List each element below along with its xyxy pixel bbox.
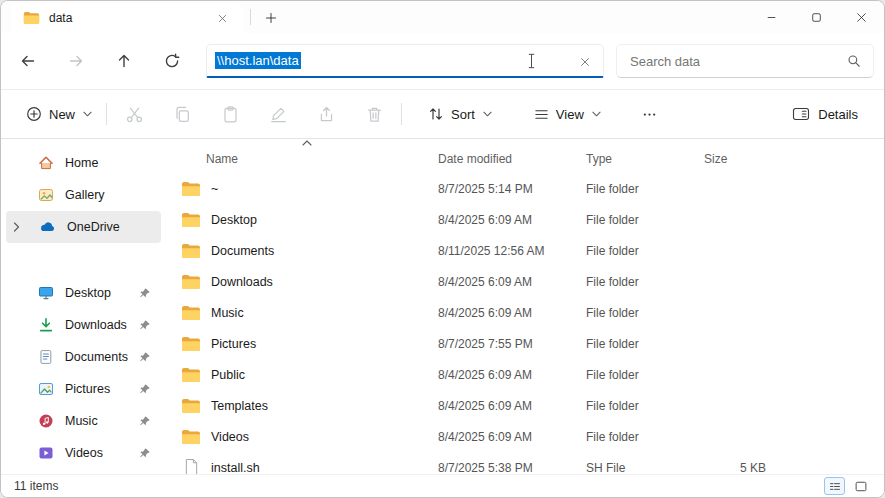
- file-name: Desktop: [211, 213, 257, 227]
- view-toggles: [824, 477, 871, 495]
- column-header-type[interactable]: Type: [586, 152, 704, 166]
- file-date: 8/11/2025 12:56 AM: [438, 244, 586, 258]
- search-input[interactable]: [617, 54, 847, 69]
- sidebar-item-downloads[interactable]: Downloads: [6, 309, 161, 341]
- sidebar-item-pictures[interactable]: Pictures: [6, 373, 161, 405]
- refresh-button[interactable]: [154, 43, 190, 79]
- file-row[interactable]: Templates 8/4/2025 6:09 AM File folder: [166, 390, 884, 421]
- back-button[interactable]: [10, 43, 46, 79]
- details-pane-icon: [792, 106, 810, 122]
- sidebar-item-label: Pictures: [65, 382, 110, 396]
- file-icon: [184, 458, 199, 474]
- up-button[interactable]: [106, 43, 142, 79]
- sidebar-item-label: Home: [65, 156, 98, 170]
- file-row[interactable]: Music 8/4/2025 6:09 AM File folder: [166, 297, 884, 328]
- details-pane-button[interactable]: Details: [784, 97, 866, 131]
- share-button[interactable]: [302, 96, 350, 132]
- file-name: Downloads: [211, 275, 273, 289]
- gallery-icon: [38, 187, 54, 203]
- tab-close-icon[interactable]: [211, 7, 233, 29]
- sidebar-item-label: OneDrive: [67, 220, 120, 234]
- chevron-right-icon[interactable]: [13, 222, 20, 232]
- file-type: File folder: [586, 399, 704, 413]
- details-view-toggle[interactable]: [824, 477, 845, 495]
- file-row[interactable]: Downloads 8/4/2025 6:09 AM File folder: [166, 266, 884, 297]
- column-header-size[interactable]: Size: [704, 152, 766, 166]
- delete-button[interactable]: [350, 96, 398, 132]
- file-row[interactable]: Desktop 8/4/2025 6:09 AM File folder: [166, 204, 884, 235]
- file-date: 8/4/2025 6:09 AM: [438, 430, 586, 444]
- tab-separator: [250, 9, 251, 25]
- paste-button[interactable]: [206, 96, 254, 132]
- file-name: Templates: [211, 399, 268, 413]
- navigation-bar: \\host.lan\data: [1, 33, 884, 89]
- file-name: Music: [211, 306, 244, 320]
- documents-icon: [38, 349, 54, 365]
- rename-button[interactable]: [254, 96, 302, 132]
- explorer-tab[interactable]: data: [11, 3, 243, 33]
- file-name: install.sh: [211, 461, 260, 475]
- folder-icon: [181, 181, 201, 197]
- pin-icon: [139, 383, 151, 395]
- new-button[interactable]: New: [15, 97, 103, 131]
- pin-icon: [139, 415, 151, 427]
- desktop-icon: [38, 285, 54, 301]
- sidebar-item-documents[interactable]: Documents: [6, 341, 161, 373]
- file-date: 8/4/2025 6:09 AM: [438, 306, 586, 320]
- sidebar-item-onedrive[interactable]: OneDrive: [6, 211, 161, 243]
- file-type: File folder: [586, 244, 704, 258]
- file-date: 8/7/2025 5:38 PM: [438, 461, 586, 475]
- view-button[interactable]: View: [523, 97, 612, 131]
- minimize-button[interactable]: [749, 1, 794, 33]
- clear-address-icon[interactable]: [573, 50, 597, 74]
- thumbnail-view-toggle[interactable]: [850, 477, 871, 495]
- new-button-label: New: [49, 107, 75, 122]
- folder-icon: [181, 336, 201, 352]
- file-row[interactable]: Videos 8/4/2025 6:09 AM File folder: [166, 421, 884, 452]
- sidebar-item-gallery[interactable]: Gallery: [6, 179, 161, 211]
- text-cursor-icon: [527, 53, 536, 69]
- sidebar-item-home[interactable]: Home: [6, 147, 161, 179]
- file-date: 8/4/2025 6:09 AM: [438, 399, 586, 413]
- maximize-button[interactable]: [794, 1, 839, 33]
- file-row[interactable]: Documents 8/11/2025 12:56 AM File folder: [166, 235, 884, 266]
- sidebar-item-label: Desktop: [65, 286, 111, 300]
- pin-icon: [139, 447, 151, 459]
- file-date: 8/7/2025 7:55 PM: [438, 337, 586, 351]
- column-header-date-modified[interactable]: Date modified: [438, 152, 586, 166]
- copy-button[interactable]: [158, 96, 206, 132]
- column-header-name[interactable]: Name: [166, 152, 438, 166]
- search-box: [616, 44, 874, 78]
- sort-icon: [428, 106, 444, 122]
- file-name: Documents: [211, 244, 274, 258]
- file-type: File folder: [586, 368, 704, 382]
- file-name: Pictures: [211, 337, 256, 351]
- new-tab-button[interactable]: [259, 6, 283, 30]
- sort-button[interactable]: Sort: [417, 97, 503, 131]
- cut-button[interactable]: [110, 96, 158, 132]
- pin-icon: [139, 351, 151, 363]
- file-row[interactable]: install.sh 8/7/2025 5:38 PM SH File 5 KB: [166, 452, 884, 474]
- pictures-icon: [38, 381, 54, 397]
- file-row[interactable]: ~ 8/7/2025 5:14 PM File folder: [166, 173, 884, 204]
- forward-button[interactable]: [58, 43, 94, 79]
- close-button[interactable]: [839, 1, 884, 33]
- file-type: File folder: [586, 182, 704, 196]
- pin-icon: [139, 287, 151, 299]
- folder-icon: [181, 212, 201, 228]
- file-row[interactable]: Public 8/4/2025 6:09 AM File folder: [166, 359, 884, 390]
- file-row[interactable]: Pictures 8/7/2025 7:55 PM File folder: [166, 328, 884, 359]
- sidebar: Home Gallery OneDrive Desktop Downloads: [1, 139, 166, 474]
- more-options-icon[interactable]: [630, 96, 670, 132]
- file-date: 8/4/2025 6:09 AM: [438, 213, 586, 227]
- chevron-down-icon: [592, 111, 601, 117]
- file-type: File folder: [586, 337, 704, 351]
- file-date: 8/7/2025 5:14 PM: [438, 182, 586, 196]
- sidebar-item-label: Videos: [65, 446, 103, 460]
- sidebar-item-videos[interactable]: Videos: [6, 437, 161, 469]
- file-list: Name Date modified Type Size ~ 8/7/2025 …: [166, 139, 884, 474]
- sidebar-item-music[interactable]: Music: [6, 405, 161, 437]
- address-bar[interactable]: \\host.lan\data: [206, 44, 604, 78]
- sidebar-item-desktop[interactable]: Desktop: [6, 277, 161, 309]
- folder-icon: [181, 367, 201, 383]
